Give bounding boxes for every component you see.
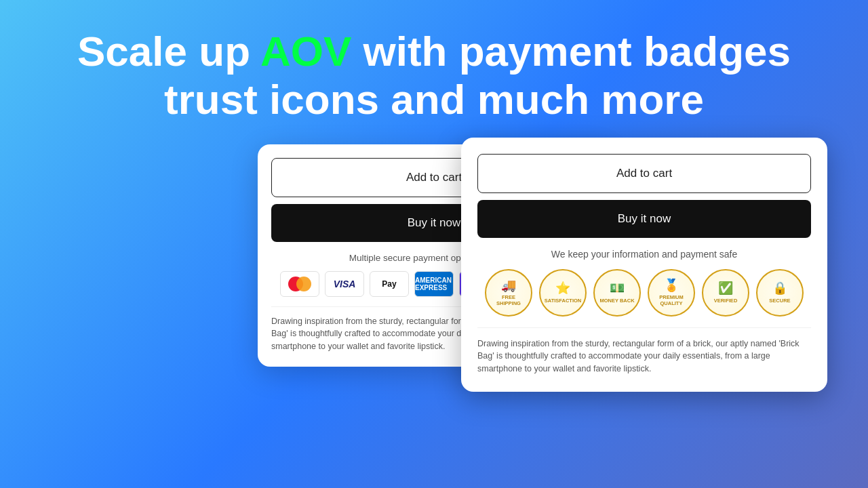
trust-badge-money-back: 💵 MONEY BACK [593, 269, 641, 317]
description-right: Drawing inspiration from the sturdy, rec… [477, 338, 811, 375]
buy-now-button-right[interactable]: Buy it now [477, 200, 811, 238]
visa-icon: VISA [325, 271, 364, 297]
applepay-icon: Pay [370, 271, 409, 297]
trust-badge-shipping: 🚚 FREE SHIPPING [485, 269, 532, 317]
header-line1: Scale up AOV with payment badges [77, 28, 791, 75]
trust-badges: 🚚 FREE SHIPPING ⭐ SATISFACTION 💵 MONEY B… [477, 269, 811, 317]
page-header: Scale up AOV with payment badges trust i… [0, 0, 868, 144]
trust-badge-verified: ✅ VERIFIED [702, 269, 749, 317]
trust-badge-secure: 🔒 SECURE [756, 269, 804, 317]
cards-container: Add to cart Buy it now Multiple secure p… [0, 144, 868, 367]
trust-badge-satisfaction: ⭐ SATISFACTION [539, 269, 587, 317]
amex-icon: AMERICAN EXPRESS [414, 271, 454, 297]
mastercard-icon [280, 271, 319, 297]
trust-text-right: We keep your information and payment saf… [477, 249, 811, 260]
trust-badge-premium: 🏅 PREMIUM QUALITY [648, 269, 695, 317]
header-title: Scale up AOV with payment badges trust i… [14, 27, 854, 124]
add-to-cart-button-right[interactable]: Add to cart [477, 154, 811, 193]
card-right: Add to cart Buy it now We keep your info… [461, 138, 827, 392]
